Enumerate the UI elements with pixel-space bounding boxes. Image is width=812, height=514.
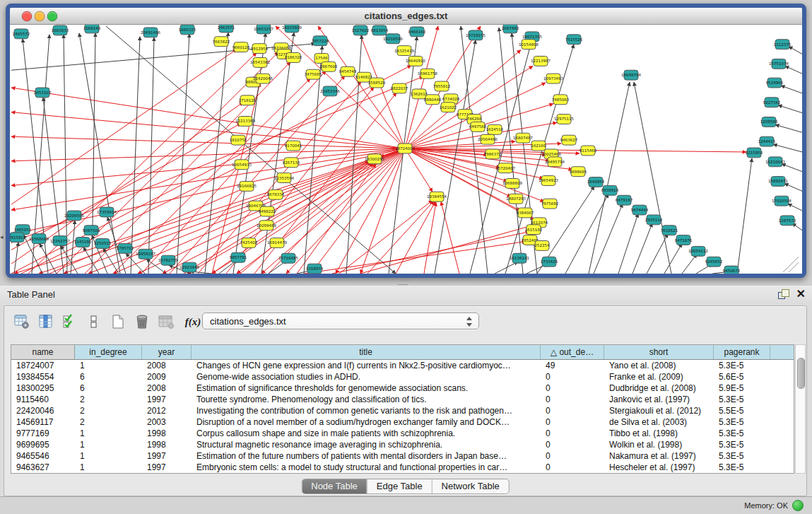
table-cell[interactable]: 5.3E-5 [714, 360, 770, 371]
graph-node[interactable]: 9245652 [705, 257, 722, 267]
graph-node[interactable]: 9899685 [570, 167, 587, 177]
table-cell[interactable]: 49 [541, 360, 604, 371]
table-cell[interactable]: Embryonic stem cells: a model to study s… [192, 462, 541, 473]
graph-node[interactable]: 7485063 [552, 95, 570, 105]
graph-node[interactable]: 9529966 [766, 78, 784, 88]
graph-node[interactable]: 18300295 [365, 154, 384, 164]
graph-node[interactable]: 10653257 [254, 25, 273, 34]
graph-node[interactable]: 8678334 [267, 189, 285, 199]
function-builder-button[interactable]: f(x) [182, 313, 204, 331]
table-cell[interactable]: Investigating the contribution of common… [192, 405, 541, 416]
table-cell[interactable]: 9777169 [11, 428, 75, 439]
graph-node[interactable]: 9227342 [763, 98, 780, 107]
tab-edge-table[interactable]: Edge Table [367, 479, 433, 493]
table-cell[interactable]: 5.3E-5 [714, 439, 770, 450]
graph-node[interactable]: 9115460 [579, 146, 597, 156]
table-cell[interactable]: 1997 [142, 394, 192, 405]
graph-node[interactable]: 2463571 [218, 25, 235, 33]
graph-node[interactable]: 8186328 [285, 53, 302, 63]
graph-node[interactable]: 1527602 [352, 25, 369, 35]
graph-node[interactable]: 1209588 [760, 117, 778, 127]
table-cell[interactable]: Disruption of a novel member of a sodium… [192, 416, 541, 428]
table-cell[interactable]: Tibbo et al. (1998) [604, 428, 714, 439]
table-cell[interactable]: 6 [75, 371, 142, 382]
graph-node[interactable]: 12975115 [554, 115, 574, 124]
table-cell[interactable]: 1997 [142, 450, 192, 462]
table-row[interactable]: 2242004622012Investigating the contribut… [11, 405, 794, 416]
graph-node[interactable]: 9498222 [259, 206, 276, 216]
graph-node[interactable]: 16807487 [513, 133, 533, 143]
minimize-window-button[interactable] [35, 11, 45, 21]
graph-node[interactable]: 7515526 [565, 35, 583, 45]
table-cell[interactable]: 5.3E-5 [714, 394, 770, 405]
tab-node-table[interactable]: Node Table [302, 479, 367, 493]
table-cell[interactable]: 2009 [142, 371, 192, 382]
table-cell[interactable]: 1 [75, 439, 142, 450]
graph-node[interactable]: 162160 [531, 141, 546, 151]
table-cell[interactable]: 14569117 [11, 416, 75, 428]
graph-node[interactable]: 7857224 [312, 36, 329, 46]
table-cell[interactable]: Hescheler et al. (1997) [604, 462, 714, 473]
table-cell[interactable]: 2012 [142, 405, 192, 416]
graph-node[interactable]: 9463627 [560, 135, 577, 145]
column-header-title[interactable]: title [192, 345, 541, 359]
graph-node[interactable]: 2718126 [239, 95, 257, 105]
column-header-out_de[interactable]: △ out_de… [541, 345, 604, 359]
graph-node[interactable]: 20564486 [478, 134, 498, 144]
table-row[interactable]: 1872400712008Changes of HCN gene express… [11, 360, 794, 371]
graph-node[interactable]: 9857791 [230, 252, 247, 262]
delete-button[interactable] [133, 313, 151, 331]
table-cell[interactable]: 1 [75, 462, 142, 473]
graph-node[interactable]: 12342757 [50, 236, 70, 246]
column-header-year[interactable]: year [142, 345, 192, 359]
graph-node[interactable]: 10154808 [519, 40, 539, 49]
graph-node[interactable]: 16099489 [257, 221, 276, 230]
table-cell[interactable]: Stergiakouli et al. (2012) [604, 405, 714, 416]
table-cell[interactable]: 1998 [142, 428, 192, 439]
table-cell[interactable]: Genome-wide association studies in ADHD. [192, 371, 541, 382]
graph-node[interactable]: 9170041 [285, 141, 302, 151]
graph-node[interactable]: 1640954 [587, 177, 605, 187]
table-cell[interactable]: Dudbridge et al. (2008) [604, 382, 714, 394]
graph-node[interactable]: 252254 [535, 241, 550, 251]
graph-node[interactable]: 12353594 [274, 173, 294, 183]
new-document-button[interactable] [109, 313, 127, 331]
graph-node[interactable]: 16914479 [267, 238, 287, 248]
graph-node[interactable]: 18325419 [394, 46, 414, 56]
table-cell[interactable]: Corpus callosum shape and size in male p… [192, 428, 541, 439]
network-canvas[interactable]: 2405572166303310691402069140610653252463… [10, 25, 802, 274]
graph-node[interactable]: 10654112 [688, 246, 708, 256]
graph-node[interactable]: 16961758 [418, 69, 437, 78]
graph-node[interactable]: 1621022 [440, 103, 457, 112]
graph-node[interactable]: 9474444 [631, 205, 649, 215]
table-row[interactable]: 946554611997Estimation of the future num… [11, 450, 794, 462]
graph-node[interactable]: 20206506 [64, 211, 84, 221]
graph-node[interactable]: 19166825 [237, 181, 257, 191]
table-cell[interactable]: 9115460 [11, 394, 75, 405]
table-cell[interactable]: 2008 [142, 382, 192, 394]
graph-node[interactable]: 19384554 [427, 192, 447, 201]
table-cell[interactable]: 5.9E-5 [714, 382, 770, 394]
table-cell[interactable]: de Silva et al. (2003) [604, 416, 714, 428]
table-cell[interactable]: 5.6E-5 [714, 371, 770, 382]
row-height-button[interactable] [85, 313, 103, 331]
table-cell[interactable]: 5.3E-5 [714, 416, 770, 428]
float-panel-icon[interactable] [778, 289, 789, 299]
graph-node[interactable]: 1615182 [525, 225, 542, 235]
table-cell[interactable]: Nakamura et al. (1997) [604, 450, 714, 462]
graph-node[interactable]: 22420046 [253, 74, 273, 83]
graph-node[interactable]: 8454749 [339, 66, 357, 76]
graph-node[interactable]: 1244415 [758, 136, 775, 146]
table-cell[interactable]: 9465546 [11, 450, 75, 462]
west-panel-collapse-arrow[interactable]: ◂ [0, 233, 4, 240]
table-cell[interactable]: 18724007 [11, 360, 75, 371]
graph-node[interactable]: 21053346 [320, 86, 340, 96]
graph-node[interactable]: 1250515 [94, 239, 111, 249]
graph-node[interactable]: 1733426 [541, 257, 558, 267]
graph-node[interactable]: 18495794 [545, 157, 565, 167]
graph-node[interactable]: 12213967 [531, 56, 551, 66]
table-cell[interactable]: Estimation of the future numbers of pati… [192, 450, 541, 462]
graph-node[interactable]: 15751074 [769, 59, 789, 69]
graph-node[interactable]: 9660128 [233, 42, 250, 52]
graph-node[interactable]: 16782759 [158, 255, 178, 265]
